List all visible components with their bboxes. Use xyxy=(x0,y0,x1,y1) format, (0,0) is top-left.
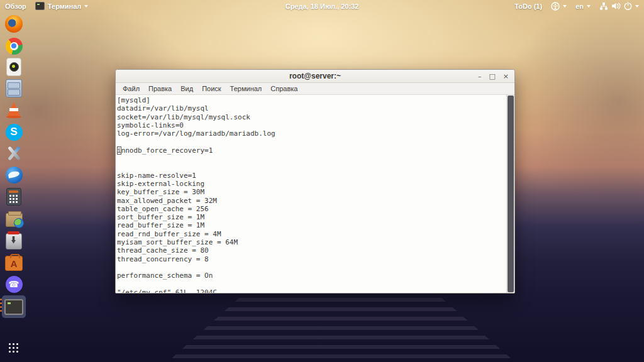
scrollbar-thumb[interactable] xyxy=(508,96,514,292)
terminal-line: skip-name-resolve=1 xyxy=(117,172,506,180)
menu-view[interactable]: Вид xyxy=(177,84,197,93)
close-button[interactable]: × xyxy=(503,73,509,80)
package-globe-icon xyxy=(6,213,23,227)
terminal-line xyxy=(117,138,506,146)
terminal-line: table_open_cache = 256 xyxy=(117,205,506,213)
menu-help[interactable]: Справка xyxy=(267,84,301,93)
clock-button[interactable]: Среда, 18 Июл., 20:32 xyxy=(286,3,359,10)
menu-edit[interactable]: Правка xyxy=(145,84,175,93)
cheese-webcam-icon xyxy=(6,58,21,76)
calculator-icon xyxy=(6,188,21,206)
show-applications-icon xyxy=(9,343,19,353)
todo-indicator[interactable]: ToDo (1) xyxy=(514,3,542,10)
window-titlebar[interactable]: root@server:~ – □ × xyxy=(116,70,514,83)
terminal-line: "/etc/my.cnf" 61L, 1204C xyxy=(117,288,506,293)
terminal-line: innodb_force_recovery=1 xyxy=(117,146,506,155)
activities-button[interactable]: Обзор xyxy=(5,3,26,10)
terminal-icon xyxy=(4,299,23,315)
menu-terminal[interactable]: Терминал xyxy=(226,84,266,93)
dock-startup-disk-creator-icon[interactable] xyxy=(3,230,25,250)
chevron-down-icon xyxy=(587,5,591,8)
dock-firefox-icon[interactable] xyxy=(3,14,25,34)
terminal-content[interactable]: [mysqld]datadir=/var/lib/mysqlsocket=/va… xyxy=(116,95,514,293)
chevron-down-icon xyxy=(84,5,88,8)
terminal-line: read_buffer_size = 1M xyxy=(117,221,506,229)
dock-tools-icon[interactable] xyxy=(3,143,25,163)
chrome-icon xyxy=(6,38,23,55)
terminal-line xyxy=(117,155,506,163)
chevron-down-icon xyxy=(563,5,567,8)
window-title: root@server:~ xyxy=(116,72,514,80)
terminal-line: log-error=/var/log/mariadb/mariadb.log xyxy=(117,129,506,138)
minimize-button[interactable]: – xyxy=(478,73,482,80)
menu-file[interactable]: Файл xyxy=(119,84,143,93)
terminal-line: thread_cache_size = 80 xyxy=(117,246,506,255)
top-bar: Обзор Терминал Среда, 18 Июл., 20:32 ToD… xyxy=(0,0,644,12)
terminal-text: [mysqld]datadir=/var/lib/mysqlsocket=/va… xyxy=(117,96,506,293)
menu-search[interactable]: Поиск xyxy=(198,84,225,93)
dock-terminal-icon[interactable] xyxy=(2,295,26,318)
firefox-icon xyxy=(5,15,23,33)
activities-label: Обзор xyxy=(5,3,26,10)
terminal-line: key_buffer_size = 30M xyxy=(117,188,506,196)
terminal-line: sort_buffer_size = 1M xyxy=(117,213,506,221)
menu-bar: Файл Правка Вид Поиск Терминал Справка xyxy=(116,83,514,95)
volume-icon xyxy=(611,2,621,10)
todo-label: ToDo (1) xyxy=(514,3,542,10)
clock-label: Среда, 18 Июл., 20:32 xyxy=(286,3,359,10)
dock-viber-icon[interactable]: ☎ xyxy=(3,274,25,294)
terminal-line: thread_concurrency = 8 xyxy=(117,255,506,263)
dock-cheese-webcam-icon[interactable] xyxy=(3,57,25,77)
dock-files-icon[interactable] xyxy=(3,78,25,98)
wired-network-icon xyxy=(599,2,608,10)
terminal-line: read_rnd_buffer_size = 4M xyxy=(117,230,506,238)
app-menu[interactable]: Терминал xyxy=(35,2,89,10)
scrollbar[interactable] xyxy=(506,95,514,293)
terminal-line: skip-external-locking xyxy=(117,180,506,188)
terminal-line xyxy=(117,163,506,171)
thunderbird-icon xyxy=(6,167,23,184)
toolbox-a-icon: A xyxy=(5,256,23,271)
terminal-line: max_allowed_packet = 32M xyxy=(117,197,506,205)
maximize-button[interactable]: □ xyxy=(489,73,495,80)
terminal-line: [mysqld] xyxy=(117,96,506,104)
text-cursor: i xyxy=(117,146,121,155)
dock-calculator-icon[interactable] xyxy=(3,187,25,207)
terminal-mini-icon xyxy=(35,2,45,10)
dock-vlc-icon[interactable] xyxy=(3,99,25,119)
running-indicator-dots xyxy=(0,299,2,312)
terminal-line: myisam_sort_buffer_size = 64M xyxy=(117,238,506,246)
dock-skype-icon[interactable]: S xyxy=(3,122,25,142)
system-status-menu[interactable] xyxy=(599,2,639,10)
terminal-line: socket=/var/lib/mysql/mysql.sock xyxy=(117,113,506,121)
dock-toolbox-a-icon[interactable]: A xyxy=(3,252,25,272)
viber-icon: ☎ xyxy=(6,276,23,293)
tools-icon xyxy=(6,145,22,162)
files-cabinet-icon xyxy=(6,79,22,97)
skype-icon: S xyxy=(6,124,23,141)
vlc-icon xyxy=(7,102,21,117)
startup-disk-creator-icon xyxy=(6,233,22,250)
terminal-line: performance_schema = On xyxy=(117,272,506,280)
language-menu[interactable]: en xyxy=(575,3,591,10)
app-menu-label: Терминал xyxy=(48,3,82,10)
language-label: en xyxy=(575,3,584,10)
terminal-line xyxy=(117,263,506,272)
accessibility-menu[interactable] xyxy=(551,2,567,11)
dock-package-globe-icon[interactable] xyxy=(3,208,25,228)
dock-thunderbird-icon[interactable] xyxy=(3,165,25,185)
power-icon xyxy=(624,2,632,10)
dock-chrome-icon[interactable] xyxy=(3,36,25,56)
terminal-line: symbolic-links=0 xyxy=(117,121,506,129)
terminal-line: datadir=/var/lib/mysql xyxy=(117,104,506,112)
accessibility-icon xyxy=(551,2,560,11)
terminal-window: root@server:~ – □ × Файл Правка Вид Поис… xyxy=(115,69,515,293)
chevron-down-icon xyxy=(635,5,639,8)
dock-show-applications-icon[interactable] xyxy=(3,338,25,358)
terminal-line xyxy=(117,280,506,288)
